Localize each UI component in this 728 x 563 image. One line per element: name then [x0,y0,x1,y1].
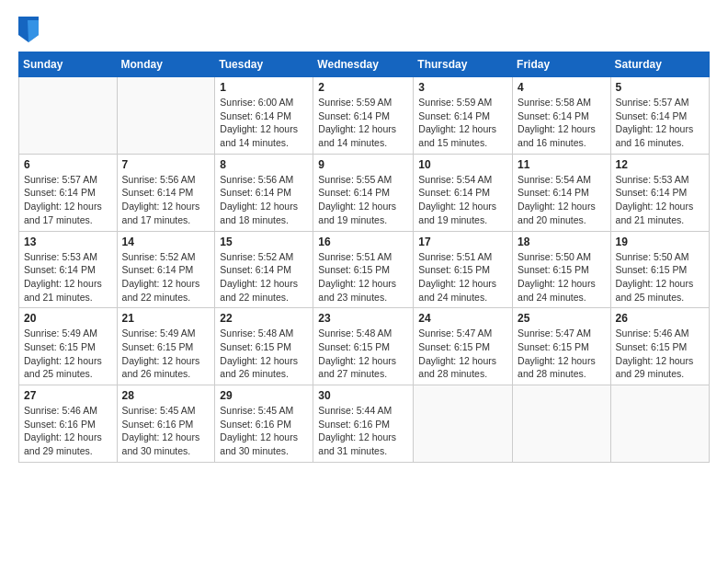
day-number: 13 [24,236,112,248]
day-number: 22 [220,312,308,325]
day-number: 6 [24,158,112,171]
day-number: 24 [418,312,507,325]
day-number: 16 [318,236,408,248]
calendar-cell: 11Sunrise: 5:54 AM Sunset: 6:14 PM Dayli… [513,154,611,231]
header [18,17,710,42]
day-info: Sunrise: 5:53 AM Sunset: 6:14 PM Dayligh… [24,250,112,304]
day-number: 18 [518,236,606,248]
calendar-cell: 7Sunrise: 5:56 AM Sunset: 6:14 PM Daylig… [117,154,215,231]
day-info: Sunrise: 5:58 AM Sunset: 6:14 PM Dayligh… [518,96,606,150]
calendar-cell: 25Sunrise: 5:47 AM Sunset: 6:15 PM Dayli… [513,308,611,385]
svg-marker-1 [28,20,39,42]
day-number: 26 [616,312,704,325]
day-info: Sunrise: 5:46 AM Sunset: 6:16 PM Dayligh… [24,404,112,458]
day-number: 1 [220,81,308,94]
week-row-2: 6Sunrise: 5:57 AM Sunset: 6:14 PM Daylig… [19,154,710,231]
day-number: 9 [318,158,408,171]
calendar-cell: 6Sunrise: 5:57 AM Sunset: 6:14 PM Daylig… [19,154,118,231]
calendar-cell [414,385,513,463]
calendar-cell: 22Sunrise: 5:48 AM Sunset: 6:15 PM Dayli… [215,308,313,385]
calendar-cell: 2Sunrise: 5:59 AM Sunset: 6:14 PM Daylig… [313,77,414,155]
calendar-cell: 8Sunrise: 5:56 AM Sunset: 6:14 PM Daylig… [215,154,313,231]
calendar-cell [117,77,215,155]
day-number: 17 [418,236,507,248]
day-info: Sunrise: 5:46 AM Sunset: 6:15 PM Dayligh… [616,327,704,381]
calendar-cell: 14Sunrise: 5:52 AM Sunset: 6:14 PM Dayli… [117,231,215,308]
logo-icon [18,17,39,42]
day-info: Sunrise: 5:56 AM Sunset: 6:14 PM Dayligh… [122,173,210,227]
weekday-header-monday: Monday [117,52,215,77]
weekday-header-sunday: Sunday [19,52,118,77]
day-number: 8 [220,158,308,171]
day-info: Sunrise: 5:53 AM Sunset: 6:14 PM Dayligh… [616,173,704,227]
calendar-cell: 28Sunrise: 5:45 AM Sunset: 6:16 PM Dayli… [117,385,215,463]
day-info: Sunrise: 5:45 AM Sunset: 6:16 PM Dayligh… [122,404,210,458]
day-info: Sunrise: 5:47 AM Sunset: 6:15 PM Dayligh… [418,327,507,381]
day-number: 20 [24,312,112,325]
logo [18,17,40,42]
page: SundayMondayTuesdayWednesdayThursdayFrid… [0,0,728,563]
day-info: Sunrise: 5:56 AM Sunset: 6:14 PM Dayligh… [220,173,308,227]
day-info: Sunrise: 5:54 AM Sunset: 6:14 PM Dayligh… [518,173,606,227]
calendar-cell: 21Sunrise: 5:49 AM Sunset: 6:15 PM Dayli… [117,308,215,385]
calendar-cell: 3Sunrise: 5:59 AM Sunset: 6:14 PM Daylig… [414,77,513,155]
calendar-cell: 17Sunrise: 5:51 AM Sunset: 6:15 PM Dayli… [414,231,513,308]
day-number: 23 [318,312,408,325]
day-info: Sunrise: 5:57 AM Sunset: 6:14 PM Dayligh… [616,96,704,150]
week-row-5: 27Sunrise: 5:46 AM Sunset: 6:16 PM Dayli… [19,385,710,463]
day-info: Sunrise: 5:51 AM Sunset: 6:15 PM Dayligh… [418,250,507,304]
calendar-cell: 1Sunrise: 6:00 AM Sunset: 6:14 PM Daylig… [215,77,313,155]
day-number: 2 [318,81,408,94]
calendar-cell: 9Sunrise: 5:55 AM Sunset: 6:14 PM Daylig… [313,154,414,231]
week-row-1: 1Sunrise: 6:00 AM Sunset: 6:14 PM Daylig… [19,77,710,155]
calendar-cell: 18Sunrise: 5:50 AM Sunset: 6:15 PM Dayli… [513,231,611,308]
calendar-cell: 12Sunrise: 5:53 AM Sunset: 6:14 PM Dayli… [610,154,709,231]
day-number: 30 [318,389,408,402]
calendar-cell: 29Sunrise: 5:45 AM Sunset: 6:16 PM Dayli… [215,385,313,463]
day-number: 15 [220,236,308,248]
day-number: 5 [616,81,704,94]
day-info: Sunrise: 5:48 AM Sunset: 6:15 PM Dayligh… [220,327,308,381]
day-info: Sunrise: 5:47 AM Sunset: 6:15 PM Dayligh… [518,327,606,381]
weekday-header-thursday: Thursday [414,52,513,77]
weekday-header-saturday: Saturday [610,52,709,77]
day-number: 27 [24,389,112,402]
day-info: Sunrise: 5:54 AM Sunset: 6:14 PM Dayligh… [418,173,507,227]
day-info: Sunrise: 5:49 AM Sunset: 6:15 PM Dayligh… [122,327,210,381]
calendar-cell: 19Sunrise: 5:50 AM Sunset: 6:15 PM Dayli… [610,231,709,308]
calendar-cell: 27Sunrise: 5:46 AM Sunset: 6:16 PM Dayli… [19,385,118,463]
calendar-cell [513,385,611,463]
calendar-cell: 15Sunrise: 5:52 AM Sunset: 6:14 PM Dayli… [215,231,313,308]
day-number: 29 [220,389,308,402]
calendar-cell: 10Sunrise: 5:54 AM Sunset: 6:14 PM Dayli… [414,154,513,231]
day-info: Sunrise: 5:45 AM Sunset: 6:16 PM Dayligh… [220,404,308,458]
calendar-cell: 5Sunrise: 5:57 AM Sunset: 6:14 PM Daylig… [610,77,709,155]
day-number: 21 [122,312,210,325]
calendar-cell [610,385,709,463]
day-number: 10 [418,158,507,171]
day-number: 12 [616,158,704,171]
day-info: Sunrise: 5:50 AM Sunset: 6:15 PM Dayligh… [616,250,704,304]
calendar-cell: 24Sunrise: 5:47 AM Sunset: 6:15 PM Dayli… [414,308,513,385]
calendar-cell: 30Sunrise: 5:44 AM Sunset: 6:16 PM Dayli… [313,385,414,463]
day-info: Sunrise: 5:57 AM Sunset: 6:14 PM Dayligh… [24,173,112,227]
weekday-header-wednesday: Wednesday [313,52,414,77]
day-number: 14 [122,236,210,248]
day-info: Sunrise: 5:51 AM Sunset: 6:15 PM Dayligh… [318,250,408,304]
day-info: Sunrise: 5:55 AM Sunset: 6:14 PM Dayligh… [318,173,408,227]
day-info: Sunrise: 5:52 AM Sunset: 6:14 PM Dayligh… [220,250,308,304]
weekday-header-tuesday: Tuesday [215,52,313,77]
calendar-cell: 26Sunrise: 5:46 AM Sunset: 6:15 PM Dayli… [610,308,709,385]
calendar-table: SundayMondayTuesdayWednesdayThursdayFrid… [18,52,710,463]
day-info: Sunrise: 5:44 AM Sunset: 6:16 PM Dayligh… [318,404,408,458]
calendar-cell: 16Sunrise: 5:51 AM Sunset: 6:15 PM Dayli… [313,231,414,308]
weekday-header-row: SundayMondayTuesdayWednesdayThursdayFrid… [19,52,710,77]
day-number: 11 [518,158,606,171]
day-number: 4 [518,81,606,94]
day-info: Sunrise: 5:48 AM Sunset: 6:15 PM Dayligh… [318,327,408,381]
week-row-3: 13Sunrise: 5:53 AM Sunset: 6:14 PM Dayli… [19,231,710,308]
calendar-cell: 4Sunrise: 5:58 AM Sunset: 6:14 PM Daylig… [513,77,611,155]
calendar-cell: 23Sunrise: 5:48 AM Sunset: 6:15 PM Dayli… [313,308,414,385]
calendar-cell: 13Sunrise: 5:53 AM Sunset: 6:14 PM Dayli… [19,231,118,308]
day-number: 25 [518,312,606,325]
